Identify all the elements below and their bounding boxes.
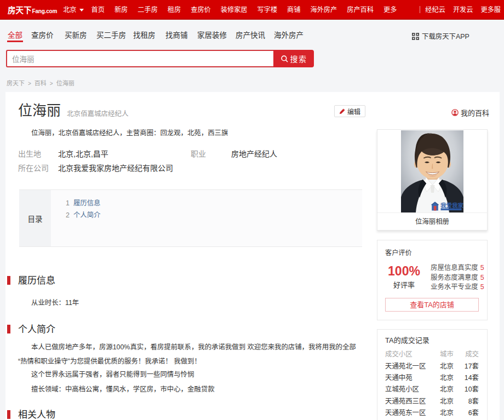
breadcrumb: 房天下>百科>位海丽 (7, 78, 75, 87)
sub-nav-item-5[interactable]: 找租房 (133, 31, 156, 39)
rating-row-2: 服务态度满意度5 (431, 273, 484, 283)
top-nav-item-5[interactable]: 查房价 (191, 4, 211, 14)
my-baike-link[interactable]: 我的百科 (451, 107, 489, 118)
top-nav-item-2[interactable]: 新房 (114, 4, 128, 14)
sub-nav-item-1[interactable]: 全部 (8, 31, 22, 39)
watermark-brand-text: 我爱我家 (440, 202, 463, 209)
album-card[interactable]: 我爱我家 位海丽相册 (377, 129, 488, 231)
toc-item-number: 1 (66, 199, 70, 207)
wiwj-watermark: 我爱我家 (431, 202, 463, 211)
view-shop-button[interactable]: 查看TA的店铺 (385, 298, 479, 312)
breadcrumb-item-2[interactable]: 百科 (35, 80, 47, 87)
breadcrumb-separator: > (28, 80, 31, 87)
search-button[interactable]: 搜索 (273, 50, 314, 67)
red-bar (7, 410, 10, 419)
rating-rows: 房屋信息真实度5服务态度满意度5业务水平专业度5 (431, 263, 484, 292)
watermark-url-bar (441, 209, 462, 211)
deals-table-body: 天通苑北一区北京17套天通中苑北京14套立城苑小区北京10套天通苑西三区北京8套… (385, 360, 479, 418)
profile-paragraph-2: 这个世界永远属于强者，弱者只能得到一些同情与怜悯 (18, 368, 357, 382)
info-label-occupation: 职业 (191, 148, 206, 159)
rating-card: 客户评价 100% 好评率 房屋信息真实度5服务态度满意度5业务水平专业度5 查… (377, 240, 488, 320)
main-content: 位海丽北京佰嘉城店经纪人 编辑 我的百科 位海丽，北京佰嘉城店经纪人，主营商圈：… (5, 92, 500, 420)
toc-item-2: 2个人简介 (66, 209, 100, 221)
top-nav-right: 经纪云开发云更多服务 (425, 4, 500, 14)
deals-card: TA的成交记录 成交小区 城市 成交 天通苑北一区北京17套天通中苑北京14套立… (377, 329, 488, 420)
toc-label: 目录 (19, 190, 51, 246)
toc-item-link[interactable]: 履历信息 (73, 199, 101, 207)
top-nav-item-11[interactable]: 更多 (383, 4, 397, 14)
top-nav-divider (420, 6, 420, 13)
my-baike-label: 我的百科 (461, 107, 489, 118)
red-bar (7, 276, 10, 285)
deal-row-5: 天通苑东一区北京6套 (385, 406, 479, 418)
sub-nav-item-8[interactable]: 房产快讯 (236, 31, 265, 39)
sub-nav-item-6[interactable]: 找商铺 (165, 31, 188, 39)
toc-item-number: 2 (66, 211, 70, 219)
page-title: 位海丽 (18, 102, 61, 119)
search-input[interactable] (6, 50, 273, 67)
red-bar (7, 325, 10, 333)
top-nav-item-4[interactable]: 租房 (168, 4, 181, 14)
profile-paragraph-1: 本人已做房地产多年，房源100%真实，看房提前联系，我的承诺我做到 欢迎您来我的… (18, 341, 357, 369)
page-subtitle: 北京佰嘉城店经纪人 (67, 110, 129, 118)
rating-row-1: 房屋信息真实度5 (431, 263, 484, 273)
toc-item-link[interactable]: 个人简介 (73, 211, 101, 219)
info-value-birthplace: 北京,北京,昌平 (58, 148, 108, 159)
top-nav-item-3[interactable]: 二手房 (138, 4, 158, 14)
sub-nav-item-9[interactable]: 海外房产 (274, 31, 303, 39)
top-bar: 房天下Fang.com 北京 首页新房二手房租房查房价装修家居写字楼商铺海外房产… (0, 0, 504, 20)
qr-code-icon (412, 33, 419, 40)
top-nav: 首页新房二手房租房查房价装修家居写字楼商铺海外房产房产百科更多 (91, 4, 407, 14)
top-nav-item-7[interactable]: 写字楼 (257, 4, 278, 14)
chevron-down-icon (79, 9, 84, 11)
breadcrumb-item-3: 位海丽 (56, 80, 75, 87)
city-selector[interactable]: 北京 (63, 4, 83, 14)
deal-row-1: 天通苑北一区北京17套 (385, 360, 479, 371)
user-circle-icon (451, 109, 459, 116)
deal-row-3: 立城苑小区北京10套 (385, 383, 479, 395)
info-value-company: 北京我爱我家房地产经纪有限公司 (58, 163, 173, 174)
sub-nav-item-7[interactable]: 家居装修 (197, 31, 227, 39)
album-caption[interactable]: 位海丽相册 (377, 212, 487, 230)
edit-button-label: 编辑 (347, 107, 360, 116)
table-of-contents: 目录 1履历信息2个人简介 (19, 189, 362, 247)
rating-title: 客户评价 (385, 248, 412, 257)
info-value-occupation: 房地产经纪人 (231, 148, 277, 159)
sub-nav-item-4[interactable]: 买二手房 (96, 31, 126, 39)
rating-value: 5 (480, 274, 484, 281)
profile-paragraph-3: 擅长领域：中高档公寓，懂风水，学区房，市中心，金融贷款 (18, 383, 357, 397)
resume-paragraph: 从业时长：11年 (18, 296, 357, 310)
top-nav-item-1[interactable]: 首页 (91, 4, 105, 14)
fang-logo[interactable]: 房天下Fang.com (8, 4, 57, 15)
top-nav-item-8[interactable]: 商铺 (287, 4, 300, 14)
breadcrumb-separator: > (50, 80, 53, 87)
deals-title: TA的成交记录 (385, 335, 429, 345)
search-bar: 搜索 (6, 50, 314, 67)
deal-row-4: 天通苑西三区北京8套 (385, 395, 479, 406)
top-nav-right-item-1[interactable]: 经纪云 (425, 4, 445, 14)
top-nav-item-6[interactable]: 装修家居 (221, 4, 248, 14)
search-button-label: 搜索 (290, 53, 307, 64)
edit-button[interactable]: 编辑 (334, 105, 365, 117)
info-label-company: 所在公司 (18, 163, 49, 174)
section-title-related: 相关人物 (7, 409, 55, 420)
rating-row-3: 业务水平专业度5 (431, 283, 484, 292)
section-title-resume: 履历信息 (7, 275, 55, 286)
rating-value: 5 (480, 264, 484, 272)
sub-nav-item-2[interactable]: 查房价 (31, 31, 54, 39)
pencil-icon (339, 108, 345, 114)
toc-list: 1履历信息2个人简介 (51, 190, 100, 246)
top-nav-item-9[interactable]: 海外房产 (310, 4, 337, 14)
intro-paragraph: 位海丽，北京佰嘉城店经纪人，主营商圈：回龙观，北苑，西三旗 (18, 126, 357, 141)
top-nav-right-item-2[interactable]: 开发云 (453, 4, 473, 14)
top-nav-item-10[interactable]: 房产百科 (347, 4, 374, 14)
download-app[interactable]: 下载房天下APP (412, 31, 469, 41)
agent-portrait: 我爱我家 (401, 130, 463, 212)
top-nav-right-item-3[interactable]: 更多服务 (480, 4, 500, 14)
sub-nav-item-3[interactable]: 买新房 (65, 31, 87, 39)
title-row: 位海丽北京佰嘉城店经纪人 (18, 101, 129, 123)
breadcrumb-item-1[interactable]: 房天下 (7, 80, 25, 87)
toc-item-1: 1履历信息 (66, 197, 100, 209)
deal-row-2: 天通中苑北京14套 (385, 371, 479, 383)
rating-percent: 100% (377, 264, 431, 279)
